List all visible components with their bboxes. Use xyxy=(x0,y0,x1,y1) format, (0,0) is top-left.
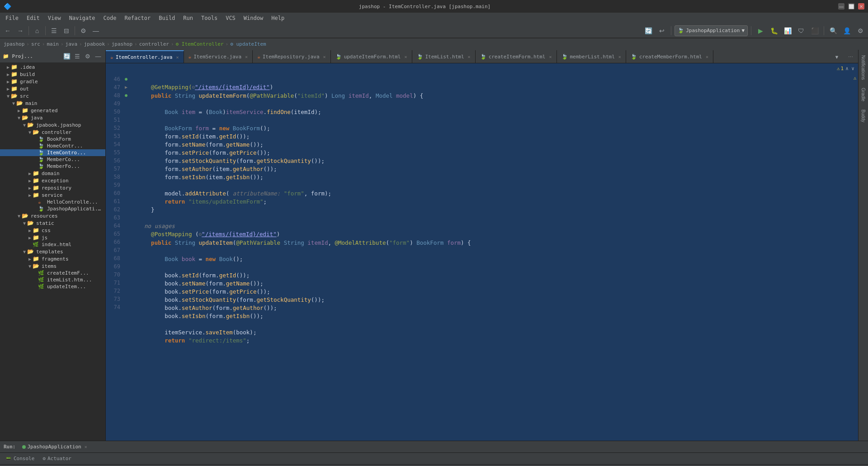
update-icon[interactable]: 🔄 xyxy=(642,25,654,37)
settings-button[interactable]: ⚙ xyxy=(77,25,89,37)
tree-item-createitemf[interactable]: 🌿 createItemF... xyxy=(0,270,105,276)
menu-item-vcs[interactable]: VCS xyxy=(222,14,239,22)
home-button[interactable]: ⌂ xyxy=(31,25,43,37)
tab-create-item-form[interactable]: 🍃 createItemForm.html ✕ xyxy=(476,50,557,63)
tab-close-itemservice[interactable]: ✕ xyxy=(245,54,248,59)
menu-item-navigate[interactable]: Navigate xyxy=(66,14,99,22)
breadcrumb-part-method[interactable]: ⚙ updateItem xyxy=(230,41,266,47)
sidebar-collapse-icon[interactable]: ☰ xyxy=(73,52,82,61)
bottom-tab-console[interactable]: 📟 Console xyxy=(2,454,38,464)
tab-close-itemrepository[interactable]: ✕ xyxy=(323,54,326,59)
tab-member-list[interactable]: 🍃 memberList.html ✕ xyxy=(557,50,626,63)
menu-item-view[interactable]: View xyxy=(44,14,65,22)
breadcrumb-part-project[interactable]: jpashop xyxy=(4,41,24,47)
tree-item-items[interactable]: ▼ 📂 items xyxy=(0,262,105,270)
tab-close-creatememberform[interactable]: ✕ xyxy=(706,54,708,59)
tree-item-generated[interactable]: ▶ 📁 generated xyxy=(0,107,105,114)
bottom-tab-actuator[interactable]: ⚙ Actuator xyxy=(39,454,75,464)
close-button[interactable]: ✕ xyxy=(858,3,864,10)
tree-item-js[interactable]: ▶ 📁 js xyxy=(0,234,105,241)
sidebar-settings-icon[interactable]: ⚙ xyxy=(83,52,92,61)
user-button[interactable]: 👤 xyxy=(841,25,853,37)
tree-item-domain[interactable]: ▶ 📁 domain xyxy=(0,170,105,177)
tree-item-static[interactable]: ▼ 📂 static xyxy=(0,219,105,227)
tree-item-main[interactable]: ▼ 📂 main xyxy=(0,100,105,107)
menu-item-tools[interactable]: Tools xyxy=(198,14,221,22)
tree-item-exception[interactable]: ▶ 📁 exception xyxy=(0,177,105,184)
tree-item-membercontroller[interactable]: 🍃 MemberCo... xyxy=(0,156,105,163)
forward-button[interactable]: → xyxy=(14,25,26,37)
revert-icon[interactable]: ↩ xyxy=(656,25,668,37)
gradle-panel-button[interactable]: Gradle xyxy=(860,86,867,103)
run-config-dropdown[interactable]: 🍃 JpashopApplication ▼ xyxy=(675,25,748,36)
tree-item-resources[interactable]: ▼ 📂 resources xyxy=(0,212,105,219)
tree-item-fragments[interactable]: ▶ 📁 fragments xyxy=(0,255,105,262)
run-tab-close[interactable]: ✕ xyxy=(85,444,87,449)
minimize-button[interactable]: — xyxy=(838,3,844,10)
sidebar-hide-icon[interactable]: — xyxy=(94,52,103,61)
notifications-panel-button[interactable]: Notifications xyxy=(860,53,867,81)
breadcrumb-part-jpabook[interactable]: jpabook xyxy=(84,41,105,47)
tab-update-item-form[interactable]: 🍃 updateItemForm.html ✕ xyxy=(331,50,412,63)
menu-item-window[interactable]: Window xyxy=(240,14,267,22)
buddy-panel-button[interactable]: Buddy xyxy=(860,108,867,124)
git-button[interactable]: ⚙ xyxy=(854,25,866,37)
tree-item-src[interactable]: ▼ 📂 src xyxy=(0,92,105,100)
tabs-overflow-button[interactable]: ▼ xyxy=(831,51,843,63)
menu-item-code[interactable]: Code xyxy=(100,14,120,22)
search-button[interactable]: 🔍 xyxy=(827,25,839,37)
tree-item-templates[interactable]: ▼ 📂 templates xyxy=(0,248,105,255)
tree-item-indexhtml[interactable]: 🌿 index.html xyxy=(0,241,105,248)
run-tab-jpashop[interactable]: JpashopApplication ✕ xyxy=(19,443,90,451)
back-button[interactable]: ← xyxy=(2,25,14,37)
menu-item-refactor[interactable]: Refactor xyxy=(121,14,154,22)
tab-create-member-form[interactable]: 🍃 createMemberForm.html ✕ xyxy=(626,50,713,63)
tree-item-jpabook[interactable]: ▼ 📂 jpabook.jpashop xyxy=(0,121,105,128)
menu-item-run[interactable]: Run xyxy=(179,14,197,22)
menu-item-build[interactable]: Build xyxy=(155,14,179,22)
tree-item-itemlisthtml[interactable]: 🌿 itemList.htm... xyxy=(0,276,105,283)
tab-close-itemcontroller[interactable]: ✕ xyxy=(176,55,179,60)
code-63-link[interactable]: "/items/{itemId}/edit" xyxy=(202,231,277,238)
maximize-button[interactable]: ⬜ xyxy=(848,3,854,10)
run-button[interactable]: ▶ xyxy=(755,25,766,37)
tab-item-list[interactable]: 🍃 ItemList.html ✕ xyxy=(412,50,476,63)
tree-item-css[interactable]: ▶ 📁 css xyxy=(0,227,105,234)
hide-button[interactable]: — xyxy=(90,25,102,37)
tree-item-idea[interactable]: ▶ 📁 .idea xyxy=(0,63,105,71)
menu-item-help[interactable]: Help xyxy=(268,14,288,22)
tab-item-repository[interactable]: ☕ ItemRepository.java ✕ xyxy=(253,50,331,63)
breadcrumb-part-controller[interactable]: controller xyxy=(139,41,169,47)
tree-item-hellocontroller[interactable]: ☕ HelloControlle... xyxy=(0,199,105,205)
tab-item-service[interactable]: ☕ ItemService.java ✕ xyxy=(184,50,253,63)
tree-item-updateitemhtml[interactable]: 🌿 updateItem... xyxy=(0,283,105,290)
notification-arrows[interactable]: ∧ ∨ xyxy=(845,66,854,71)
tab-close-memberlist[interactable]: ✕ xyxy=(618,54,621,59)
breadcrumb-part-java[interactable]: java xyxy=(66,41,78,47)
code-content[interactable]: @GetMapping(☺"/items/{itemId}/edit") pub… xyxy=(137,73,852,441)
tree-item-homecontroller[interactable]: 🍃 HomeContr... xyxy=(0,143,105,149)
tab-item-controller[interactable]: ☕ ItemController.java ✕ xyxy=(106,50,184,63)
profile-button[interactable]: 📊 xyxy=(782,25,793,37)
breadcrumb-part-class[interactable]: ⚙ ItemController xyxy=(176,41,224,47)
breadcrumb-part-jpashop[interactable]: jpashop xyxy=(112,41,132,47)
tree-item-gradle[interactable]: ▶ 📁 gradle xyxy=(0,78,105,85)
tree-item-memberform[interactable]: 🍃 MemberFo... xyxy=(0,163,105,170)
tabs-more-button[interactable]: ⋯ xyxy=(844,51,856,63)
tree-item-jpashopapp[interactable]: 🍃 JpashopApplicati... xyxy=(0,205,105,212)
tree-item-build[interactable]: ▶ 📁 build xyxy=(0,71,105,78)
code-46-link[interactable]: "/items/{itemId}/edit" xyxy=(195,84,270,90)
tab-close-itemlist[interactable]: ✕ xyxy=(468,54,471,59)
breadcrumb-part-src[interactable]: src xyxy=(31,41,40,47)
recent-files-button[interactable]: ☰ xyxy=(48,25,60,37)
stop-button[interactable]: ⬛ xyxy=(809,25,821,37)
menu-item-file[interactable]: File xyxy=(2,14,22,22)
run-with-coverage[interactable]: 🛡 xyxy=(795,25,807,37)
breadcrumb-part-main[interactable]: main xyxy=(47,41,59,47)
menu-item-edit[interactable]: Edit xyxy=(23,14,43,22)
tree-item-controller[interactable]: ▼ 📂 controller xyxy=(0,128,105,136)
sidebar-sync-icon[interactable]: 🔄 xyxy=(62,52,71,61)
tab-close-createitemform[interactable]: ✕ xyxy=(549,54,552,59)
tree-item-out[interactable]: ▶ 📁 out xyxy=(0,85,105,92)
tree-item-itemcontroller[interactable]: 🍃 ItemContro... xyxy=(0,149,105,156)
